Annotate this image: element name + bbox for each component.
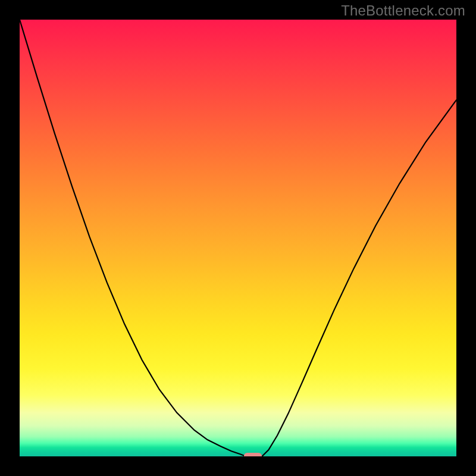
- chart-container: TheBottleneck.com: [0, 0, 476, 476]
- bottleneck-curve: [20, 20, 456, 456]
- curve-right-branch: [262, 100, 456, 456]
- watermark-text: TheBottleneck.com: [341, 2, 465, 19]
- curve-left-branch: [20, 20, 246, 456]
- plot-area: [20, 20, 456, 456]
- minimum-marker: [244, 453, 262, 457]
